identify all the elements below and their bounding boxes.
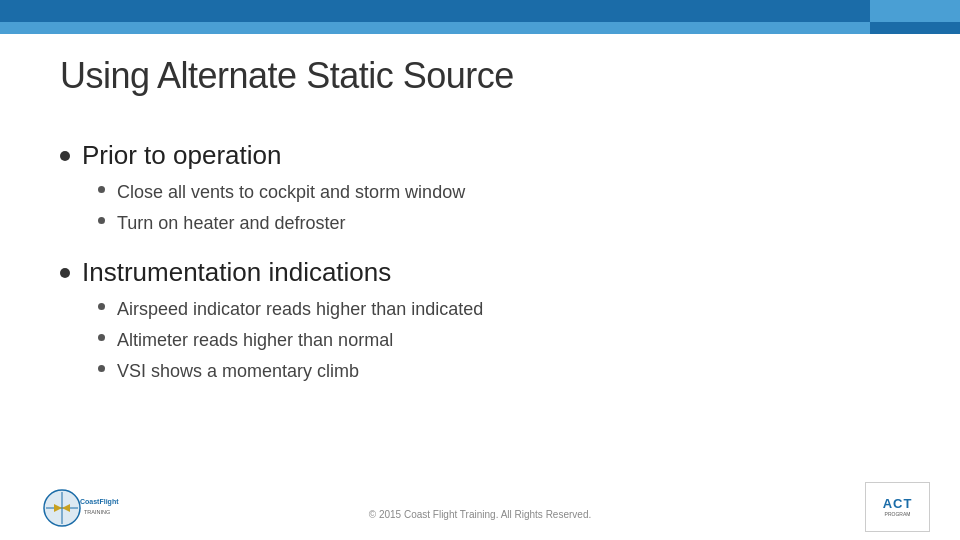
footer-text: © 2015 Coast Flight Training. All Rights… [369,509,591,520]
sub-bullet [98,186,105,193]
list-item: VSI shows a momentary climb [90,358,900,385]
act-sublabel: PROGRAM [882,511,914,518]
sub-item-text: Turn on heater and defroster [117,210,345,237]
svg-text:CoastFlight: CoastFlight [80,498,119,506]
header-accent-top [870,0,960,22]
header-bar-dark [0,0,870,22]
list-item: Turn on heater and defroster [90,210,900,237]
section-2-items: Airspeed indicator reads higher than ind… [90,296,900,385]
svg-text:TRAINING: TRAINING [84,509,110,515]
section-2-heading: Instrumentation indications [60,257,900,288]
section-1-items: Close all vents to cockpit and storm win… [90,179,900,237]
content-area: Prior to operation Close all vents to co… [60,140,900,405]
list-item: Altimeter reads higher than normal [90,327,900,354]
act-label: ACT [883,496,913,511]
sub-bullet [98,365,105,372]
footer: © 2015 Coast Flight Training. All Rights… [0,509,960,520]
list-item: Airspeed indicator reads higher than ind… [90,296,900,323]
sub-bullet [98,217,105,224]
coast-flight-logo: CoastFlight TRAINING [40,488,120,528]
coast-flight-logo-svg: CoastFlight TRAINING [40,488,120,528]
section-2-bullet [60,268,70,278]
section-1-title: Prior to operation [82,140,281,171]
section-1-heading: Prior to operation [60,140,900,171]
sub-item-text: Airspeed indicator reads higher than ind… [117,296,483,323]
list-item: Close all vents to cockpit and storm win… [90,179,900,206]
sub-item-text: VSI shows a momentary climb [117,358,359,385]
header-bar-light [0,22,870,34]
section-1-bullet [60,151,70,161]
sub-bullet [98,303,105,310]
page-title: Using Alternate Static Source [60,55,514,97]
act-logo: ACT PROGRAM [865,482,930,532]
sub-item-text: Close all vents to cockpit and storm win… [117,179,465,206]
slide: Using Alternate Static Source Prior to o… [0,0,960,540]
sub-item-text: Altimeter reads higher than normal [117,327,393,354]
header-accent-bottom [870,22,960,34]
sub-bullet [98,334,105,341]
section-2-title: Instrumentation indications [82,257,391,288]
